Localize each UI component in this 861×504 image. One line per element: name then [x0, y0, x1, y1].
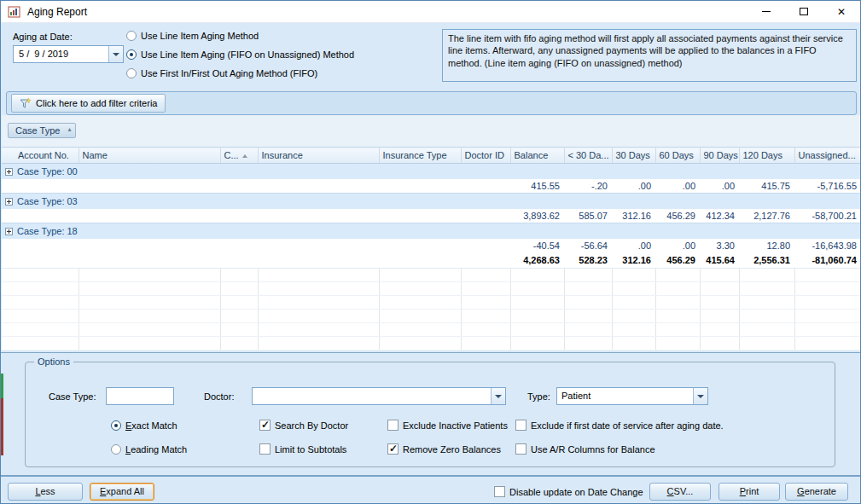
col-header-unassigned[interactable]: Unassigned... — [794, 148, 861, 164]
radio-label: Use Line Item Aging Method — [141, 31, 259, 41]
top-panel: Aging at Date: 5 / 9 / 2019 Use Line Ite… — [1, 23, 860, 90]
less-button[interactable]: Less — [8, 483, 83, 501]
close-button[interactable] — [823, 1, 860, 22]
empty-grid-row — [2, 323, 861, 337]
col-header-under-30-days[interactable]: < 30 Da... — [564, 148, 612, 164]
empty-grid-row — [2, 310, 861, 323]
checkbox-label: Remove Zero Balances — [403, 444, 501, 455]
aging-report-window: Aging Report Aging at Date: 5 / 9 / 2019… — [0, 0, 861, 504]
sort-ascending-icon — [242, 154, 247, 158]
doctor-dropdown[interactable] — [252, 387, 506, 405]
filter-bar: Click here to add filter criteria — [6, 91, 857, 115]
radio-line-item-fifo-unassigned[interactable]: Use Line Item Aging (FIFO on Unassigned)… — [126, 48, 354, 61]
radio-icon[interactable] — [126, 49, 137, 60]
cell-30-days: .00 — [612, 239, 655, 253]
type-label: Type: — [527, 391, 550, 402]
checkbox-use-ar-columns[interactable]: Use A/R Columns for Balance — [515, 443, 655, 455]
col-header-c[interactable]: C... — [220, 148, 258, 164]
col-header-balance[interactable]: Balance — [510, 148, 564, 164]
cell-balance: 415.55 — [510, 179, 564, 194]
checkbox-disable-update-on-date-change[interactable]: Disable update on Date Change — [494, 485, 643, 498]
group-row-label: Case Type: 00 — [17, 166, 78, 177]
generate-button[interactable]: Generate — [785, 483, 848, 501]
checkbox-icon[interactable] — [387, 443, 399, 455]
checkbox-icon[interactable] — [494, 486, 505, 497]
cell-120-days: 12.80 — [739, 239, 794, 253]
radio-icon[interactable] — [126, 31, 137, 41]
checkbox-label: Search By Doctor — [275, 420, 348, 431]
print-button[interactable]: Print — [718, 483, 780, 501]
expand-icon[interactable] — [5, 198, 13, 206]
total-30-days: 312.16 — [612, 253, 655, 269]
checkbox-label: Exclude if first date of service after a… — [531, 420, 724, 431]
total-90-days: 415.64 — [700, 253, 739, 269]
radio-label: Use First In/First Out Aging Method (FIF… — [141, 68, 317, 78]
maximize-button[interactable] — [785, 1, 823, 22]
aging-date-picker[interactable]: 5 / 9 / 2019 — [13, 45, 124, 63]
screen-edge-artifact — [1, 398, 3, 455]
type-dropdown[interactable]: Patient — [556, 387, 708, 405]
checkbox-icon[interactable] — [259, 443, 271, 455]
checkbox-icon[interactable] — [259, 420, 271, 431]
col-header-120-days[interactable]: 120 Days — [739, 148, 794, 164]
expand-icon[interactable] — [5, 168, 13, 176]
group-by-band: Case Type — [2, 115, 861, 147]
group-row-case-type-18[interactable]: Case Type: 18 — [2, 223, 861, 239]
checkbox-icon[interactable] — [515, 443, 526, 455]
checkbox-exclude-inactive-patients[interactable]: Exclude Inactive Patients — [387, 419, 508, 432]
checkbox-icon[interactable] — [515, 420, 526, 431]
cell-balance: 3,893.62 — [510, 209, 564, 223]
case-type-label: Case Type: — [49, 391, 96, 402]
col-header-30-days[interactable]: 30 Days — [612, 148, 655, 164]
window-title: Aging Report — [27, 6, 87, 18]
grand-totals-row: 4,268.63 528.23 312.16 456.29 415.64 2,5… — [2, 253, 861, 269]
radio-fifo-aging[interactable]: Use First In/First Out Aging Method (FIF… — [126, 67, 317, 80]
group-row-case-type-03[interactable]: Case Type: 03 — [2, 194, 861, 209]
dropdown-arrow-icon[interactable] — [491, 388, 505, 404]
radio-icon[interactable] — [111, 444, 121, 455]
sort-ascending-icon — [67, 125, 71, 133]
dropdown-arrow-icon[interactable] — [693, 388, 707, 404]
cell-unassigned: -16,643.98 — [794, 239, 861, 253]
options-groupbox: Options Case Type: Doctor: Type: Patient… — [25, 362, 835, 467]
aging-date-label: Aging at Date: — [13, 32, 73, 42]
checkbox-search-by-doctor[interactable]: Search By Doctor — [259, 419, 348, 432]
checkbox-exclude-first-date-after-aging[interactable]: Exclude if first date of service after a… — [515, 419, 724, 432]
col-header-name[interactable]: Name — [79, 148, 220, 164]
titlebar: Aging Report — [1, 1, 860, 23]
checkbox-limit-to-subtotals[interactable]: Limit to Subtotals — [259, 443, 346, 455]
doctor-label: Doctor: — [204, 391, 234, 402]
cell-unassigned: -5,716.55 — [794, 179, 861, 194]
col-header-90-days[interactable]: 90 Days — [700, 148, 739, 164]
empty-grid-row — [2, 296, 861, 310]
aging-date-value: 5 / 9 / 2019 — [14, 46, 108, 62]
cell-30-days: 312.16 — [612, 209, 655, 223]
group-row-case-type-00[interactable]: Case Type: 00 — [2, 164, 861, 179]
total-unassigned: -81,060.74 — [794, 253, 861, 269]
radio-exact-match[interactable]: Exact Match — [111, 419, 177, 432]
col-header-account-no[interactable]: Account No. — [2, 148, 79, 164]
expand-all-button[interactable]: Expand All — [90, 483, 154, 501]
radio-icon[interactable] — [126, 68, 137, 78]
checkbox-remove-zero-balances[interactable]: Remove Zero Balances — [387, 443, 501, 455]
checkbox-icon[interactable] — [387, 420, 399, 431]
add-filter-criteria-button[interactable]: Click here to add filter criteria — [11, 94, 166, 113]
group-by-chip-case-type[interactable]: Case Type — [8, 123, 76, 138]
case-type-input[interactable] — [106, 387, 174, 405]
cell-90-days: 3.30 — [700, 239, 739, 253]
radio-line-item-aging[interactable]: Use Line Item Aging Method — [126, 29, 259, 43]
col-header-doctor-id[interactable]: Doctor ID — [461, 148, 510, 164]
total-60-days: 456.29 — [655, 253, 700, 269]
radio-leading-match[interactable]: Leading Match — [111, 443, 187, 455]
col-header-60-days[interactable]: 60 Days — [655, 148, 700, 164]
col-header-insurance-type[interactable]: Insurance Type — [379, 148, 461, 164]
csv-button[interactable]: CSV... — [649, 483, 711, 501]
radio-icon[interactable] — [111, 420, 121, 431]
dropdown-arrow-icon[interactable] — [108, 46, 123, 62]
group-row-label: Case Type: 03 — [17, 196, 78, 206]
cell-under-30: -56.64 — [564, 239, 612, 253]
col-header-insurance[interactable]: Insurance — [258, 148, 379, 164]
minimize-button[interactable] — [748, 1, 785, 22]
expand-icon[interactable] — [5, 228, 13, 235]
cell-30-days: .00 — [612, 179, 655, 194]
